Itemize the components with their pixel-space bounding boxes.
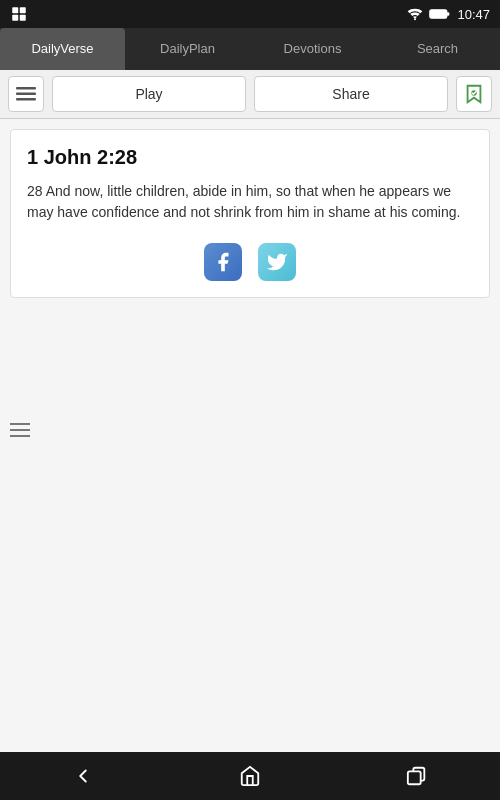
tab-devotions[interactable]: Devotions (250, 28, 375, 70)
svg-rect-0 (12, 7, 18, 13)
svg-point-4 (414, 18, 416, 20)
social-icons (27, 243, 473, 281)
back-icon (72, 765, 94, 787)
verse-title: 1 John 2:28 (27, 146, 473, 169)
twitter-share-button[interactable] (258, 243, 296, 281)
home-button[interactable] (219, 757, 281, 795)
list-icon-button[interactable] (8, 76, 44, 112)
battery-icon (429, 8, 451, 20)
list-icon (16, 86, 36, 102)
status-bar-left (10, 5, 28, 23)
svg-rect-9 (16, 98, 36, 101)
verse-card: 1 John 2:28 28 And now, little children,… (10, 129, 490, 298)
svg-rect-7 (16, 87, 36, 90)
bookmark-button[interactable] (456, 76, 492, 112)
recent-apps-button[interactable] (386, 757, 448, 795)
hamburger-menu[interactable] (10, 423, 30, 437)
facebook-share-button[interactable] (204, 243, 242, 281)
tab-bar: DailyVerse DailyPlan Devotions Search (0, 28, 500, 70)
hamburger-line-2 (10, 429, 30, 431)
main-content: 1 John 2:28 28 And now, little children,… (0, 119, 500, 752)
share-button[interactable]: Share (254, 76, 448, 112)
back-button[interactable] (52, 757, 114, 795)
facebook-icon (212, 251, 234, 273)
home-icon (239, 765, 261, 787)
app-icon (10, 5, 28, 23)
bookmark-icon (463, 83, 485, 105)
svg-rect-8 (16, 93, 36, 96)
hamburger-line-3 (10, 435, 30, 437)
time-display: 10:47 (457, 7, 490, 22)
twitter-icon (266, 251, 288, 273)
hamburger-line-1 (10, 423, 30, 425)
tab-search[interactable]: Search (375, 28, 500, 70)
bottom-nav (0, 752, 500, 800)
svg-rect-2 (12, 15, 18, 21)
wifi-icon (407, 7, 423, 21)
status-bar: 10:47 (0, 0, 500, 28)
svg-rect-3 (20, 15, 26, 21)
play-button[interactable]: Play (52, 76, 246, 112)
verse-text: 28 And now, little children, abide in hi… (27, 181, 473, 223)
tab-daily-verse[interactable]: DailyVerse (0, 28, 125, 70)
svg-rect-11 (407, 771, 420, 784)
action-bar: Play Share (0, 70, 500, 119)
svg-rect-6 (447, 12, 450, 15)
svg-rect-5 (430, 10, 447, 18)
status-bar-right: 10:47 (407, 7, 490, 22)
tab-daily-plan[interactable]: DailyPlan (125, 28, 250, 70)
recent-apps-icon (406, 765, 428, 787)
svg-rect-1 (20, 7, 26, 13)
